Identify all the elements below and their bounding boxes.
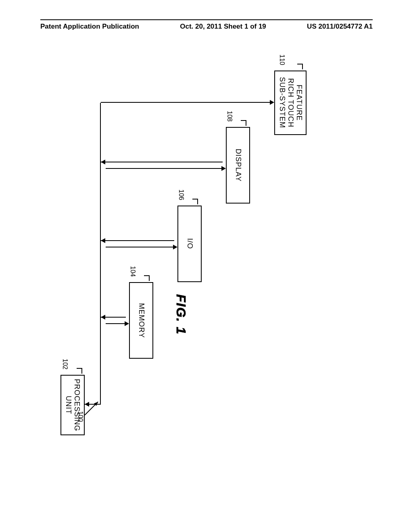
ref-display: 108: [226, 111, 233, 122]
header-right: US 2011/0254772 A1: [307, 23, 373, 31]
diagram: PROCESSING UNIT 102 MEMORY 104 I/O 106 D…: [48, 60, 371, 504]
ref-memory: 104: [129, 266, 136, 277]
header-center: Oct. 20, 2011 Sheet 1 of 19: [180, 23, 266, 31]
box-processing-unit: PROCESSING UNIT: [60, 375, 85, 435]
box-io: I/O: [177, 206, 202, 282]
box-memory: MEMORY: [129, 282, 153, 359]
ref-io: 106: [177, 189, 185, 200]
page-header: Patent Application Publication Oct. 20, …: [0, 19, 413, 31]
box-display: DISPLAY: [226, 127, 250, 204]
figure-label: FIG. 1: [173, 294, 188, 335]
header-left: Patent Application Publication: [40, 23, 139, 31]
bus-line: [100, 103, 101, 405]
box-touch-subsystem: FEATURE RICH TOUCH SUB-SYSTEM: [274, 71, 307, 135]
ref-processing: 102: [61, 359, 69, 370]
ref-touch: 110: [278, 54, 286, 65]
system-arrow-icon: [83, 397, 103, 417]
